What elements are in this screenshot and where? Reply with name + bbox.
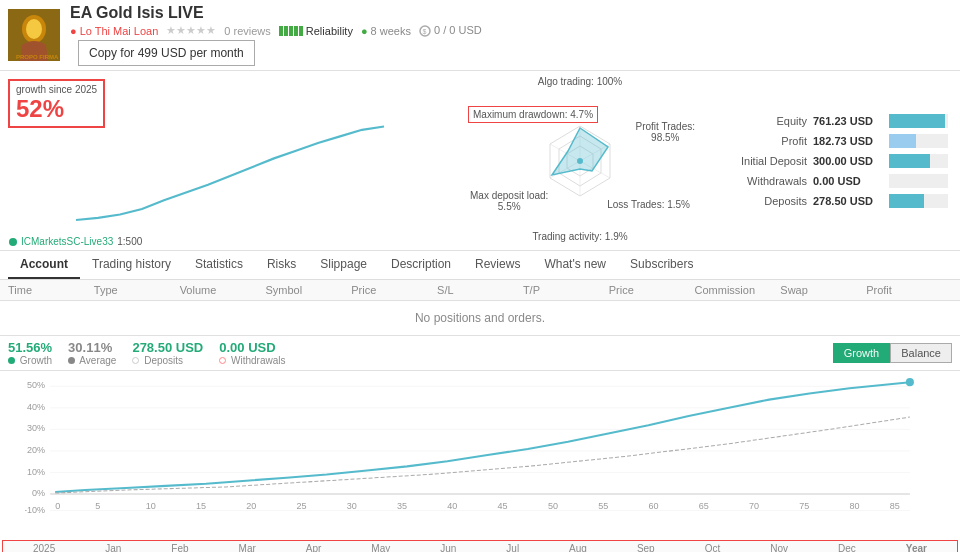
svg-text:-10%: -10% <box>25 505 45 515</box>
profit-row: Profit 182.73 USD <box>712 134 948 148</box>
svg-text:15: 15 <box>196 502 206 512</box>
initial-bar <box>889 154 930 168</box>
reviews-count: 0 reviews <box>224 25 270 37</box>
table-header: Time Type Volume Symbol Price S/L T/P Pr… <box>0 280 960 301</box>
growth-chart-container: 50% 40% 30% 20% 10% 0% -10% 0 5 10 15 20… <box>0 371 960 540</box>
tab-whats-new[interactable]: What's new <box>532 251 618 279</box>
col-type: Type <box>94 284 180 296</box>
col-price: Price <box>351 284 437 296</box>
svg-text:50: 50 <box>548 502 558 512</box>
deposits-bar-container <box>889 194 948 208</box>
growth-chart-svg: 50% 40% 30% 20% 10% 0% -10% 0 5 10 15 20… <box>25 376 930 520</box>
mini-line-chart <box>5 121 455 231</box>
svg-text:60: 60 <box>648 502 658 512</box>
no-positions-message: No positions and orders. <box>0 301 960 336</box>
tab-slippage[interactable]: Slippage <box>308 251 379 279</box>
svg-rect-0 <box>8 9 60 61</box>
svg-point-2 <box>26 19 42 39</box>
svg-point-13 <box>577 158 583 164</box>
svg-text:85: 85 <box>890 502 900 512</box>
tab-trading-history[interactable]: Trading history <box>80 251 183 279</box>
equity-bar <box>889 114 945 128</box>
toggle-growth-btn[interactable]: Growth <box>833 343 890 363</box>
year-col-label: Year <box>906 543 927 552</box>
bstat-withdrawals: 0.00 USD Withdrawals <box>219 340 285 366</box>
svg-text:10: 10 <box>146 502 156 512</box>
svg-text:45: 45 <box>498 502 508 512</box>
svg-point-1 <box>22 15 46 43</box>
col-volume: Volume <box>180 284 266 296</box>
col-price2: Price <box>609 284 695 296</box>
deposits-bar <box>889 194 924 208</box>
month-sep: Sep <box>637 543 655 552</box>
tab-account[interactable]: Account <box>8 251 80 279</box>
tab-subscribers[interactable]: Subscribers <box>618 251 705 279</box>
svg-text:0%: 0% <box>32 488 45 498</box>
initial-deposit-row: Initial Deposit 300.00 USD <box>712 154 948 168</box>
svg-text:5: 5 <box>95 502 100 512</box>
algo-label: Algo trading: 100% <box>538 76 623 87</box>
tab-description[interactable]: Description <box>379 251 463 279</box>
seller-name: ● Lo Thi Mai Loan <box>70 25 158 37</box>
svg-text:30: 30 <box>347 502 357 512</box>
svg-text:35: 35 <box>397 502 407 512</box>
max-drawdown-label: Maximum drawdown: 4.7% <box>468 106 598 123</box>
loss-trades-label: Loss Trades: 1.5% <box>607 199 690 210</box>
svg-text:65: 65 <box>699 502 709 512</box>
svg-text:40: 40 <box>447 502 457 512</box>
timeline-container: 2025 Jan Feb Mar Apr May Jun Jul Aug Sep… <box>2 540 958 552</box>
toggle-balance-btn[interactable]: Balance <box>890 343 952 363</box>
month-jun: Jun <box>440 543 456 552</box>
svg-text:25: 25 <box>297 502 307 512</box>
svg-text:20%: 20% <box>27 445 45 455</box>
tab-risks[interactable]: Risks <box>255 251 308 279</box>
timeline-months-row: 2025 Jan Feb Mar Apr May Jun Jul Aug Sep… <box>3 541 957 552</box>
equity-bar-container <box>889 114 948 128</box>
col-profit: Profit <box>866 284 952 296</box>
col-tp: T/P <box>523 284 609 296</box>
withdrawals-row: Withdrawals 0.00 USD <box>712 174 948 188</box>
month-jul: Jul <box>506 543 519 552</box>
bstat-average: 30.11% Average <box>68 340 116 366</box>
month-feb: Feb <box>171 543 188 552</box>
col-swap: Swap <box>780 284 866 296</box>
profit-trades-label: Profit Trades:98.5% <box>636 121 695 143</box>
profit-bar <box>889 134 916 148</box>
radar-area: Algo trading: 100% Profit Trades:98.5% L… <box>460 71 700 250</box>
svg-text:70: 70 <box>749 502 759 512</box>
svg-text:10%: 10% <box>27 467 45 477</box>
col-time: Time <box>8 284 94 296</box>
svg-text:PROPO FIRMA: PROPO FIRMA <box>16 54 59 60</box>
tab-reviews[interactable]: Reviews <box>463 251 532 279</box>
col-commission: Commission <box>695 284 781 296</box>
trading-activity-label: Trading activity: 1.9% <box>532 231 627 242</box>
weeks-badge: ● 8 weeks <box>361 25 411 37</box>
month-may: May <box>371 543 390 552</box>
header-info: EA Gold Isis LIVE ● Lo Thi Mai Loan ★★★★… <box>70 4 952 66</box>
usd-badge: $ 0 / 0 USD <box>419 24 482 37</box>
col-symbol: Symbol <box>265 284 351 296</box>
col-sl: S/L <box>437 284 523 296</box>
equity-row: Equity 761.23 USD <box>712 114 948 128</box>
reliability-badge: Reliability <box>279 25 353 37</box>
month-mar: Mar <box>239 543 256 552</box>
main-stats-area: growth since 2025 52% ICMarketsSC-Live33… <box>0 71 960 251</box>
tab-statistics[interactable]: Statistics <box>183 251 255 279</box>
header: PROPO FIRMA EA Gold Isis LIVE ● Lo Thi M… <box>0 0 960 71</box>
svg-text:0: 0 <box>55 502 60 512</box>
svg-text:55: 55 <box>598 502 608 512</box>
bstat-growth: 51.56% Growth <box>8 340 52 366</box>
deposits-row: Deposits 278.50 USD <box>712 194 948 208</box>
month-oct: Oct <box>705 543 721 552</box>
initial-bar-container <box>889 154 948 168</box>
reliability-bars <box>279 26 303 36</box>
svg-text:50%: 50% <box>27 380 45 390</box>
profit-bar-container <box>889 134 948 148</box>
avatar: PROPO FIRMA <box>8 9 60 61</box>
month-nov: Nov <box>770 543 788 552</box>
bottom-stats-bar: 51.56% Growth 30.11% Average 278.50 USD … <box>0 336 960 371</box>
copy-button[interactable]: Copy for 499 USD per month <box>78 40 255 66</box>
stats-area: Equity 761.23 USD Profit 182.73 USD Init… <box>700 71 960 250</box>
withdrawals-bar-container <box>889 174 948 188</box>
svg-point-46 <box>906 378 914 386</box>
